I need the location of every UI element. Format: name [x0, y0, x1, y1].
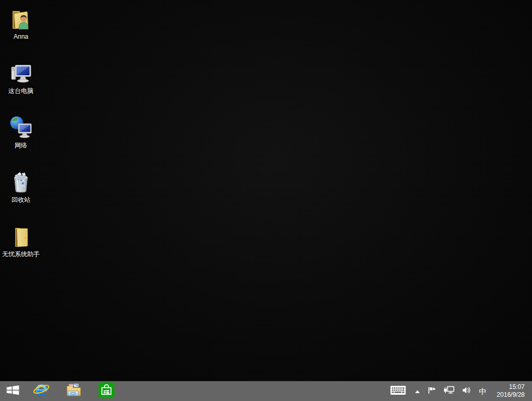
internet-explorer-icon — [33, 382, 50, 400]
taskbar-app-windows-store[interactable] — [90, 381, 122, 401]
desktop-icon-label: 回收站 — [12, 196, 30, 203]
chevron-up-icon — [415, 386, 420, 396]
desktop-icon-label: 网络 — [15, 142, 27, 149]
touch-keyboard-icon — [390, 385, 406, 397]
desktop-icon-anna[interactable]: Anna — [0, 4, 42, 58]
recycle-bin-icon — [8, 169, 34, 194]
folder-icon — [8, 224, 34, 249]
desktop-icon-label: 无忧系统助手 — [2, 250, 40, 258]
taskbar-empty-area[interactable] — [122, 381, 385, 401]
windows-store-icon — [98, 382, 115, 400]
volume-button[interactable] — [458, 381, 474, 401]
speaker-icon — [462, 386, 471, 396]
desktop-icon-network[interactable]: 网络 — [0, 112, 42, 167]
network-status-button[interactable] — [439, 381, 458, 401]
desktop-icon-recycle-bin[interactable]: 回收站 — [0, 167, 42, 221]
taskbar-app-file-explorer[interactable] — [58, 381, 90, 401]
start-button[interactable] — [0, 381, 25, 401]
system-tray: 中 15:07 2016/9/28 — [385, 381, 532, 401]
desktop[interactable]: Anna — [0, 0, 532, 381]
taskbar-app-internet-explorer[interactable] — [25, 381, 58, 401]
desktop-icon-label: 这台电脑 — [8, 87, 33, 95]
show-hidden-icons-button[interactable] — [411, 381, 424, 401]
clock-time: 15:07 — [509, 383, 525, 391]
computer-icon — [8, 61, 34, 86]
ime-language-indicator[interactable]: 中 — [474, 381, 492, 401]
touch-keyboard-button[interactable] — [385, 381, 411, 401]
network-icon — [8, 115, 34, 140]
clock-date: 2016/9/28 — [497, 391, 525, 399]
flag-icon — [427, 386, 436, 396]
windows-logo-icon — [6, 384, 20, 398]
taskbar: 中 15:07 2016/9/28 — [0, 381, 532, 401]
wired-network-icon — [443, 386, 455, 396]
desktop-icon-label: Anna — [14, 33, 28, 40]
user-folder-icon — [8, 6, 34, 31]
desktop-icon-column: Anna — [0, 4, 42, 276]
taskbar-clock[interactable]: 15:07 2016/9/28 — [492, 381, 532, 401]
file-explorer-icon — [65, 382, 82, 400]
desktop-icon-this-pc[interactable]: 这台电脑 — [0, 58, 42, 112]
desktop-icon-wuyou-folder[interactable]: 无忧系统助手 — [0, 221, 42, 276]
action-center-button[interactable] — [424, 381, 439, 401]
